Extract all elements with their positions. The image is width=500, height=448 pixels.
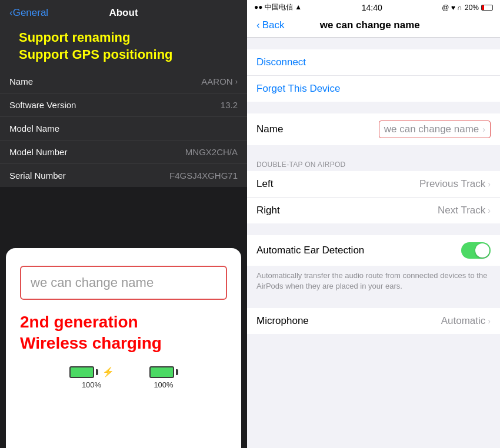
row-name-value: AARON › — [201, 76, 238, 86]
battery-tip-2 — [176, 369, 178, 375]
battery-icon-status — [481, 5, 493, 11]
left-panel: ‹ General About Support renaming Support… — [0, 0, 247, 448]
row-software-label: Software Version — [9, 100, 76, 110]
right-back-label: Back — [262, 19, 285, 31]
disconnect-label: Disconnect — [256, 56, 306, 68]
name-section: Name we can change name › — [247, 113, 500, 145]
section-gap-1 — [247, 38, 500, 49]
status-time: 14:40 — [362, 3, 382, 12]
battery-item-2: 100% — [149, 366, 178, 389]
right-tap-chevron: › — [488, 206, 491, 215]
row-name[interactable]: Name AARON › — [0, 70, 247, 93]
section-gap-2 — [247, 102, 500, 113]
white-card: we can change name 2nd generation Wirele… — [6, 248, 241, 448]
promo-line1: Support renaming — [19, 29, 228, 46]
row-serial: Serial Number F4GSJ4XGHG71 — [0, 164, 247, 187]
battery-body-2 — [149, 366, 174, 378]
left-back-label: General — [13, 7, 48, 19]
row-software-value: 13.2 — [221, 100, 238, 110]
status-bar: ●● 中国电信 ▲ 14:40 @ ♥ ∩ 20% — [247, 0, 500, 15]
section-gap-3 — [247, 145, 500, 157]
battery-body-1 — [69, 366, 94, 378]
row-serial-value: F4GSJ4XGHG71 — [169, 170, 238, 180]
disconnect-row[interactable]: Disconnect — [247, 49, 500, 76]
forget-device-label: Forget This Device — [256, 83, 340, 95]
row-software: Software Version 13.2 — [0, 93, 247, 117]
status-left: ●● 中国电信 ▲ — [254, 2, 302, 12]
ear-detection-row[interactable]: Automatic Ear Detection — [247, 235, 500, 266]
battery-pct-2: 100% — [154, 380, 173, 389]
row-model-name-label: Model Name — [9, 123, 59, 133]
battery-item-1: ⚡ 100% — [69, 366, 114, 389]
right-chevron-icon: ‹ — [256, 19, 260, 31]
right-tap-row[interactable]: Right Next Track › — [247, 198, 500, 223]
section-gap-5 — [247, 296, 500, 308]
promo-line2: Support GPS positioning — [19, 46, 228, 63]
battery-status: 20% — [465, 4, 479, 12]
microphone-row[interactable]: Microphone Automatic › — [247, 308, 500, 334]
microphone-label: Microphone — [256, 315, 309, 327]
settings-list: Name AARON › Software Version 13.2 Model… — [0, 70, 247, 187]
battery-row: ⚡ 100% 100% — [20, 366, 227, 389]
name-row[interactable]: Name we can change name › — [247, 113, 500, 145]
left-tap-row[interactable]: Left Previous Track › — [247, 171, 500, 198]
left-back-button[interactable]: ‹ General — [9, 7, 48, 19]
double-tap-section-label: DOUBLE-TAP ON AIRPOD — [247, 157, 500, 171]
battery-icon-2 — [149, 366, 178, 378]
right-back-button[interactable]: ‹ Back — [256, 19, 284, 31]
left-promo: Support renaming Support GPS positioning — [9, 25, 238, 70]
right-tap-value: Next Track › — [438, 205, 491, 216]
right-tap-label: Right — [256, 205, 280, 216]
name-row-label: Name — [256, 123, 283, 135]
row-serial-label: Serial Number — [9, 170, 66, 180]
name-input-text: we can change name — [31, 275, 154, 290]
left-nav-title: About — [109, 7, 138, 19]
left-tap-chevron: › — [488, 179, 491, 189]
left-tap-label: Left — [256, 178, 273, 190]
status-icons: @ ♥ ∩ — [442, 4, 462, 12]
row-model-number: Model Number MNGX2CH/A — [0, 141, 247, 164]
right-nav: ‹ Back we can change name — [247, 15, 500, 38]
row-model-number-label: Model Number — [9, 147, 67, 157]
battery-icon-1: ⚡ — [69, 366, 114, 378]
toggle-knob — [475, 243, 489, 258]
battery-pct-1: 100% — [82, 380, 101, 389]
left-tap-value: Previous Track › — [419, 178, 491, 190]
name-row-value-box[interactable]: we can change name › — [379, 121, 491, 138]
left-top-section: ‹ General About Support renaming Support… — [0, 0, 247, 70]
row-model-number-value: MNGX2CH/A — [185, 147, 238, 157]
signal-icon: ●● 中国电信 ▲ — [254, 2, 302, 12]
card-promo-line1: 2nd generation — [20, 312, 227, 333]
microphone-chevron: › — [488, 316, 491, 326]
left-nav-bar: ‹ General About — [9, 7, 238, 25]
row-name-label: Name — [9, 76, 33, 86]
microphone-value: Automatic › — [441, 315, 491, 327]
card-promo-text: 2nd generation Wireless charging — [20, 312, 227, 355]
battery-tip-1 — [96, 369, 98, 375]
right-panel: ●● 中国电信 ▲ 14:40 @ ♥ ∩ 20% ‹ Back we can … — [247, 0, 500, 448]
forget-device-row[interactable]: Forget This Device — [247, 76, 500, 102]
lightning-icon-1: ⚡ — [102, 366, 114, 377]
double-tap-section: Left Previous Track › Right Next Track › — [247, 171, 500, 223]
ear-detection-section: Automatic Ear Detection — [247, 235, 500, 266]
ear-detection-description: Automatically transfer the audio route f… — [247, 266, 500, 296]
name-input-box[interactable]: we can change name — [20, 266, 227, 300]
name-row-value-text: we can change name — [384, 123, 479, 135]
status-right: @ ♥ ∩ 20% — [442, 4, 493, 12]
section-gap-4 — [247, 223, 500, 235]
row-name-chevron: › — [235, 77, 238, 86]
ear-detection-label: Automatic Ear Detection — [256, 245, 364, 256]
microphone-section: Microphone Automatic › — [247, 308, 500, 334]
name-row-chevron: › — [482, 125, 485, 134]
card-promo-line2: Wireless charging — [20, 333, 227, 354]
ear-detection-toggle[interactable] — [461, 242, 491, 259]
row-model-name: Model Name — [0, 117, 247, 141]
actions-section: Disconnect Forget This Device — [247, 49, 500, 102]
right-nav-title: we can change name — [284, 19, 455, 31]
